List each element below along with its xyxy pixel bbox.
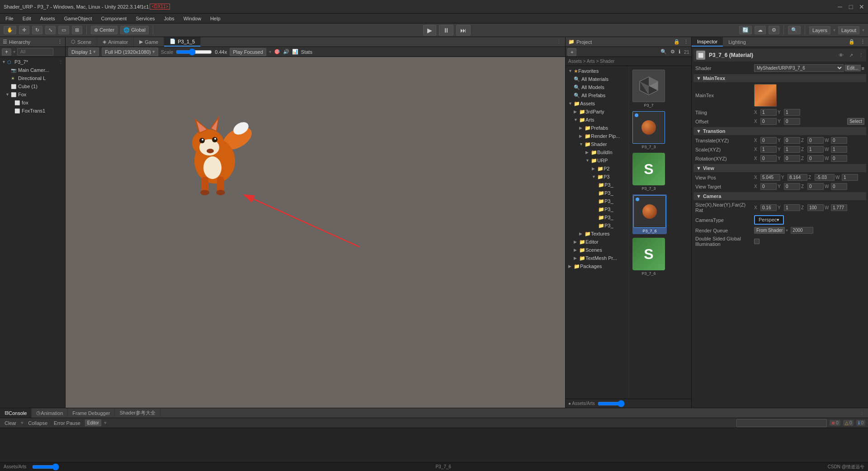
fav-models[interactable]: 🔍 All Models xyxy=(566,83,628,91)
pivot-btn[interactable]: ⊕ Center xyxy=(91,26,118,34)
tz-input[interactable] xyxy=(807,137,824,144)
more-icon[interactable]: ⋮ xyxy=(859,52,863,58)
sy-input[interactable] xyxy=(784,146,800,153)
double-sided-checkbox[interactable] xyxy=(754,239,760,244)
tab-game[interactable]: ▶ Game xyxy=(134,37,164,47)
folder-textures[interactable]: ▶ 📁 Textures xyxy=(566,230,628,238)
from-shader-btn[interactable]: From Shader xyxy=(754,227,785,234)
vtz-input[interactable] xyxy=(807,183,824,190)
item-menu-btn[interactable]: ⋮ xyxy=(58,59,63,65)
folder-p3[interactable]: ▼ 📁 P3 xyxy=(566,173,628,181)
tab-lighting[interactable]: Lighting xyxy=(723,37,751,47)
status-slider[interactable] xyxy=(32,463,59,471)
fav-prefabs[interactable]: 🔍 All Prefabs xyxy=(566,91,628,99)
clear-arrow[interactable]: ▾ xyxy=(21,420,24,426)
hierarchy-item-fox-mesh[interactable]: ⬜ fox xyxy=(0,99,65,107)
camera-section[interactable]: ▼ Camera xyxy=(693,192,866,200)
move-tool[interactable]: ✛ xyxy=(19,26,29,34)
window-controls[interactable]: ─ □ ✕ xyxy=(837,4,864,9)
folder-p3-sub5[interactable]: 📁 P3_ xyxy=(566,213,628,221)
vpy-input[interactable] xyxy=(788,174,807,181)
sw-input[interactable] xyxy=(831,146,847,153)
project-menu-btn[interactable]: ⋮ xyxy=(684,39,689,45)
stats-label[interactable]: Stats xyxy=(301,49,312,55)
transtion-section[interactable]: ▼ Transtion xyxy=(693,127,866,135)
hierarchy-item-p3_7[interactable]: ▼ ⬡ P3_7* ⋮ xyxy=(0,58,65,66)
view-section[interactable]: ▼ View xyxy=(693,164,866,172)
sz-input[interactable] xyxy=(807,146,824,153)
vpw-input[interactable] xyxy=(842,174,858,181)
select-btn[interactable]: Select xyxy=(847,118,864,125)
ty-input[interactable] xyxy=(784,137,800,144)
scene-menu-btn[interactable]: ⋮ xyxy=(553,39,565,45)
tw-input[interactable] xyxy=(831,137,847,144)
project-settings-icon[interactable]: ⚙ xyxy=(670,49,675,55)
folder-renderpip[interactable]: ▶ 📁 Render Pip... xyxy=(566,132,628,140)
vpz-input[interactable] xyxy=(815,174,835,181)
project-search-icon[interactable]: 🔍 xyxy=(660,49,667,55)
shader-settings-icon[interactable]: ≡ xyxy=(862,66,864,71)
tiling-x-input[interactable] xyxy=(760,109,777,116)
file-p3_7_3-mat[interactable]: P3_7_3 xyxy=(632,111,665,149)
inspector-lock-btn[interactable]: 🔒 xyxy=(846,39,858,45)
folder-p3-sub1[interactable]: 📁 P3_ xyxy=(566,181,628,189)
texture-preview[interactable] xyxy=(754,84,777,107)
shader-edit-btn[interactable]: Edit... xyxy=(844,65,861,71)
folder-packages[interactable]: ▶ 📁 Packages xyxy=(566,262,628,270)
tx-input[interactable] xyxy=(760,137,777,144)
tab-p3-1-5[interactable]: 📄 P3_1_5 xyxy=(164,37,201,47)
tab-frame-debugger[interactable]: Frame Debugger xyxy=(68,408,115,418)
play-focused-btn[interactable]: Play Focused xyxy=(230,48,266,56)
folder-buildin[interactable]: ▶ 📁 BuildIn xyxy=(566,148,628,156)
layout-dropdown[interactable]: Layout xyxy=(838,26,859,34)
display-dropdown[interactable]: Display 1 ▾ xyxy=(68,47,99,56)
shader-dropdown[interactable]: MyShader/URP/P3_7_6 xyxy=(754,64,844,72)
cw-input[interactable] xyxy=(831,204,847,211)
file-p3_7_6-shader[interactable]: S P3_7_6 xyxy=(632,238,665,276)
offset-x-input[interactable] xyxy=(760,118,777,125)
folder-p3-sub3[interactable]: 📁 P3_ xyxy=(566,197,628,205)
collab-btn[interactable]: 🔄 xyxy=(739,26,752,34)
global-btn[interactable]: 🌐 Global xyxy=(120,26,149,34)
file-p3_7_3-shader[interactable]: S P3_7_3 xyxy=(632,153,665,191)
hierarchy-menu-btn[interactable]: ⋮ xyxy=(57,39,62,45)
menu-help[interactable]: Help xyxy=(207,15,224,22)
console-search[interactable] xyxy=(736,419,827,427)
sx-input[interactable] xyxy=(760,146,777,153)
assets-header[interactable]: ▼ 📁 Assets xyxy=(566,99,628,108)
folder-editor[interactable]: ▶ 📁 Editor xyxy=(566,238,628,246)
inspector-menu-btn[interactable]: ⋮ xyxy=(858,39,868,45)
tab-shader-ref[interactable]: Shader参考大全 xyxy=(115,408,160,418)
open-icon[interactable]: ↗ xyxy=(849,52,853,58)
menu-component[interactable]: Component xyxy=(97,15,130,22)
vpx-input[interactable] xyxy=(760,174,780,181)
zoom-slider[interactable] xyxy=(598,400,625,407)
tab-animator[interactable]: ◈ Animator xyxy=(97,37,134,47)
hierarchy-add-btn[interactable]: + xyxy=(2,48,11,56)
minimize-btn[interactable]: ─ xyxy=(837,4,843,9)
cloud-btn[interactable]: ☁ xyxy=(755,26,766,34)
cy-input[interactable] xyxy=(784,204,800,211)
file-p3_7_6-mat[interactable]: P3_7_6 xyxy=(632,194,667,234)
menu-gameobject[interactable]: GameObject xyxy=(61,15,96,22)
file-p3_7[interactable]: P3_7 xyxy=(632,70,665,108)
rz-input[interactable] xyxy=(807,155,824,162)
step-button[interactable]: ⏭ xyxy=(456,25,471,36)
tab-animation[interactable]: ◷ Animation xyxy=(32,408,68,418)
project-add-btn[interactable]: + xyxy=(567,48,576,56)
hierarchy-item-directional[interactable]: ☀ Directional L xyxy=(0,74,65,82)
folder-p3-sub2[interactable]: 📁 P3_ xyxy=(566,189,628,197)
vty-input[interactable] xyxy=(784,183,800,190)
vtx-input[interactable] xyxy=(760,183,777,190)
maximize-btn[interactable]: □ xyxy=(848,4,854,9)
folder-urp[interactable]: ▼ 📁 URP xyxy=(566,156,628,165)
scale-tool[interactable]: ⤡ xyxy=(45,26,56,34)
folder-prefabs[interactable]: ▶ 📁 Prefabs xyxy=(566,124,628,132)
menu-services[interactable]: Services xyxy=(132,15,158,22)
collapse-btn[interactable]: Collapse xyxy=(26,420,49,426)
favorites-header[interactable]: ▼ ★ Favorites xyxy=(566,67,628,75)
maintex-section[interactable]: ▼ MainTexx xyxy=(693,74,866,82)
tab-console[interactable]: ⊟ Console xyxy=(0,408,32,418)
play-button[interactable]: ▶ xyxy=(423,25,436,36)
ry-input[interactable] xyxy=(784,155,800,162)
